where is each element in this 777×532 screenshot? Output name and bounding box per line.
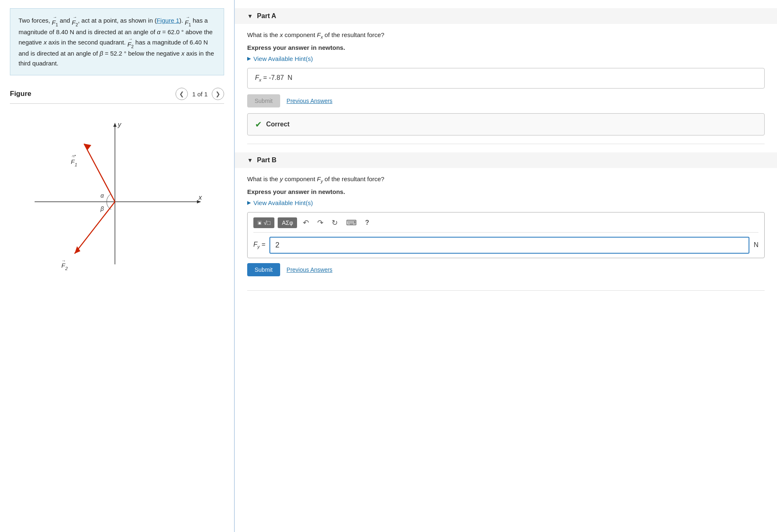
- part-a-submit-button: Submit: [247, 94, 280, 107]
- part-a-label: Part A: [257, 12, 276, 20]
- undo-icon: ↶: [303, 219, 309, 227]
- prev-figure-button[interactable]: ❮: [176, 88, 188, 100]
- eq-toolbar: ■ √□ AΣφ ↶ ↷ ↻ ⌨ ?: [253, 217, 758, 233]
- part-b-answer-input[interactable]: [269, 237, 749, 254]
- keyboard-button[interactable]: ⌨: [344, 217, 359, 229]
- part-a-header: ▼ Part A: [235, 8, 777, 24]
- svg-line-6: [84, 144, 115, 202]
- help-icon: ?: [365, 219, 369, 226]
- part-b-hint-arrow: ▶: [247, 200, 251, 205]
- part-b-submit-row: Submit Previous Answers: [247, 263, 765, 276]
- part-b-section: ▼ Part B What is the y component Fy of t…: [247, 144, 765, 291]
- part-b-hint-label: View Available Hint(s): [253, 199, 313, 206]
- part-a-hint-arrow: ▶: [247, 56, 251, 61]
- part-a-toggle[interactable]: ▼: [247, 13, 253, 19]
- symbol-label: AΣφ: [282, 219, 293, 226]
- keyboard-icon: ⌨: [346, 219, 357, 227]
- part-a-prev-answers-link[interactable]: Previous Answers: [287, 98, 332, 104]
- svg-marker-7: [82, 141, 91, 150]
- svg-text:F1: F1: [71, 158, 77, 167]
- redo-button[interactable]: ↷: [315, 217, 326, 229]
- figure-section: Figure ❮ 1 of 1 ❯ y x: [10, 88, 224, 281]
- svg-text:x: x: [198, 194, 202, 201]
- part-a-question: What is the x component Fx of the result…: [247, 30, 765, 41]
- problem-box: Two forces, →F1 and →F2, act at a point,…: [10, 8, 224, 75]
- part-b-header: ▼ Part B: [235, 152, 777, 168]
- svg-text:F2: F2: [61, 262, 68, 271]
- part-b-label: Part B: [257, 156, 276, 164]
- figure-page-indicator: 1 of 1: [192, 91, 208, 98]
- equation-editor: ■ √□ AΣφ ↶ ↷ ↻ ⌨ ?: [247, 212, 765, 258]
- figure-link[interactable]: Figure 1: [157, 17, 179, 24]
- svg-text:→: →: [71, 154, 75, 159]
- figure-svg: y x → F1 →: [10, 108, 224, 281]
- part-b-hint-link[interactable]: ▶ View Available Hint(s): [247, 199, 765, 206]
- figure-nav: ❮ 1 of 1 ❯: [176, 88, 224, 100]
- svg-text:β: β: [100, 205, 104, 212]
- sqrt-button[interactable]: ■ √□: [253, 217, 274, 228]
- part-b-toggle[interactable]: ▼: [247, 157, 253, 163]
- symbol-button[interactable]: AΣφ: [278, 217, 297, 228]
- part-b-prev-answers-link[interactable]: Previous Answers: [287, 266, 332, 273]
- refresh-icon: ↻: [332, 219, 338, 227]
- part-b-answer-unit: N: [754, 241, 758, 249]
- svg-text:α: α: [101, 192, 104, 199]
- figure-header: Figure ❮ 1 of 1 ❯: [10, 88, 224, 104]
- figure-title: Figure: [10, 90, 31, 98]
- undo-button[interactable]: ↶: [300, 217, 311, 229]
- svg-marker-1: [113, 123, 117, 127]
- refresh-button[interactable]: ↻: [329, 217, 340, 229]
- part-b-answer-prefix: Fy =: [253, 241, 265, 249]
- part-a-instruction: Express your answer in newtons.: [247, 44, 765, 51]
- redo-icon: ↷: [317, 219, 323, 227]
- part-b-instruction: Express your answer in newtons.: [247, 188, 765, 195]
- svg-text:y: y: [117, 121, 122, 128]
- figure-canvas: y x → F1 →: [10, 108, 224, 281]
- problem-text: Two forces, →F1 and →F2, act at a point,…: [19, 17, 214, 67]
- svg-line-11: [75, 202, 115, 254]
- part-a-correct-box: ✔ Correct: [247, 113, 765, 135]
- right-panel: ▼ Part A What is the x component Fx of t…: [235, 0, 777, 532]
- sqrt-icon: √□: [264, 219, 270, 226]
- part-a-hint-label: View Available Hint(s): [253, 55, 313, 62]
- part-a-hint-link[interactable]: ▶ View Available Hint(s): [247, 55, 765, 62]
- part-b-submit-button[interactable]: Submit: [247, 263, 280, 276]
- part-a-section: ▼ Part A What is the x component Fx of t…: [247, 0, 765, 144]
- part-a-answer-display: Fx = -7.87 N: [247, 68, 765, 89]
- part-a-submit-row: Submit Previous Answers: [247, 94, 765, 107]
- part-b-question: What is the y component Fy of the result…: [247, 175, 765, 185]
- help-button[interactable]: ?: [363, 217, 372, 228]
- next-figure-button[interactable]: ❯: [212, 88, 224, 100]
- part-a-correct-label: Correct: [266, 121, 290, 128]
- left-panel: Two forces, →F1 and →F2, act at a point,…: [0, 0, 235, 532]
- part-b-answer-row: Fy = N: [253, 237, 758, 254]
- checkmark-icon: ✔: [255, 119, 262, 129]
